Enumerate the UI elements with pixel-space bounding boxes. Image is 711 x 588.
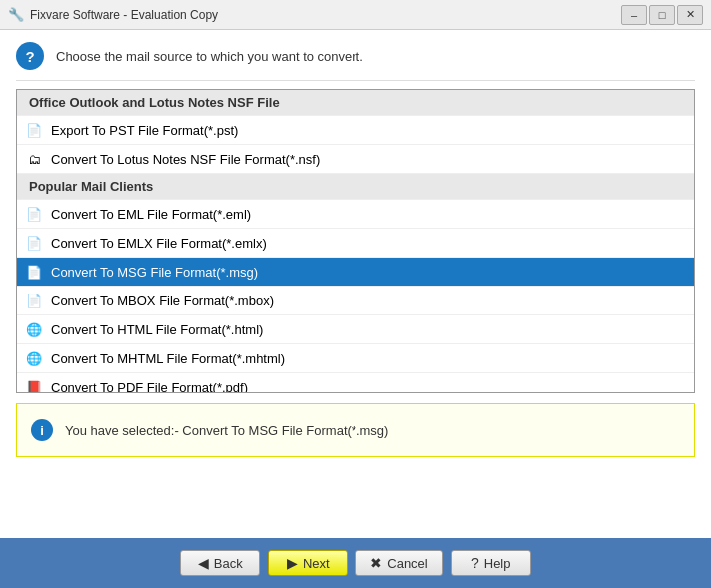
doc-icon: 📄 [25,292,43,309]
app-icon: 🔧 [8,7,24,23]
title-bar-left: 🔧 Fixvare Software - Evaluation Copy [8,7,218,23]
doc-icon: 📄 [25,263,43,281]
item-label: Convert To EML File Format(*.eml) [51,207,251,222]
doc-icon: 📄 [25,234,43,252]
doc-icon: 📄 [25,121,43,139]
format-list[interactable]: Office Outlook and Lotus Notes NSF File📄… [17,90,694,392]
help-label: Help [484,556,511,571]
title-bar: 🔧 Fixvare Software - Evaluation Copy – □… [0,0,711,30]
cancel-label: Cancel [387,556,427,571]
item-label: Convert To PDF File Format(*.pdf) [51,380,248,393]
item-label: Convert To MSG File Format(*.msg) [51,265,258,280]
list-item[interactable]: 📄Convert To EML File Format(*.eml) [17,200,694,229]
web-icon: 🌐 [25,349,43,367]
back-icon: ◀ [198,555,209,571]
back-button[interactable]: ◀ Back [180,550,260,576]
list-item[interactable]: 🌐Convert To MHTML File Format(*.mhtml) [17,344,694,373]
cancel-button[interactable]: ✖ Cancel [356,550,442,576]
status-info-icon: i [31,419,53,441]
back-label: Back [214,556,243,571]
category-label: Office Outlook and Lotus Notes NSF File [29,95,280,110]
list-item[interactable]: 🌐Convert To HTML File Format(*.html) [17,315,694,344]
help-button[interactable]: ? Help [451,550,531,576]
status-area: i You have selected:- Convert To MSG Fil… [16,403,695,457]
title-bar-text: Fixvare Software - Evaluation Copy [30,8,218,22]
list-item[interactable]: 📕Convert To PDF File Format(*.pdf) [17,373,694,392]
item-label: Convert To HTML File Format(*.html) [51,322,263,337]
item-label: Convert To MBOX File Format(*.mbox) [51,294,274,308]
bottom-bar: ◀ Back ▶ Next ✖ Cancel ? Help [0,538,711,588]
item-label: Convert To Lotus Notes NSF File Format(*… [51,152,320,167]
main-content: ? Choose the mail source to which you wa… [0,30,711,538]
maximize-button[interactable]: □ [649,5,675,25]
item-label: Export To PST File Format(*.pst) [51,123,238,138]
web-icon: 🌐 [25,320,43,338]
cancel-icon: ✖ [370,555,382,571]
status-text: You have selected:- Convert To MSG File … [65,423,388,438]
list-item[interactable]: 📄Export To PST File Format(*.pst) [17,116,694,145]
list-item[interactable]: 📄Convert To MBOX File Format(*.mbox) [17,287,694,315]
help-icon: ? [471,555,479,571]
pdf-icon: 📕 [25,378,43,392]
list-item[interactable]: 📄Convert To MSG File Format(*.msg) [17,258,694,287]
category-label: Popular Mail Clients [29,179,153,194]
list-item[interactable]: 📄Convert To EMLX File Format(*.emlx) [17,229,694,258]
next-button[interactable]: ▶ Next [268,550,348,576]
next-label: Next [303,556,330,571]
header-icon: ? [16,42,44,70]
header-text: Choose the mail source to which you want… [56,49,363,64]
list-item[interactable]: Office Outlook and Lotus Notes NSF File [17,90,694,116]
item-label: Convert To MHTML File Format(*.mhtml) [51,351,285,366]
item-label: Convert To EMLX File Format(*.emlx) [51,236,267,251]
header-row: ? Choose the mail source to which you wa… [16,42,695,81]
doc-icon: 📄 [25,205,43,223]
title-bar-controls: – □ ✕ [621,5,703,25]
list-item[interactable]: Popular Mail Clients [17,174,694,200]
list-item[interactable]: 🗂Convert To Lotus Notes NSF File Format(… [17,145,694,174]
format-list-container: Office Outlook and Lotus Notes NSF File📄… [16,89,695,393]
file-icon: 🗂 [25,150,43,168]
close-button[interactable]: ✕ [677,5,703,25]
minimize-button[interactable]: – [621,5,647,25]
next-icon: ▶ [287,555,298,571]
